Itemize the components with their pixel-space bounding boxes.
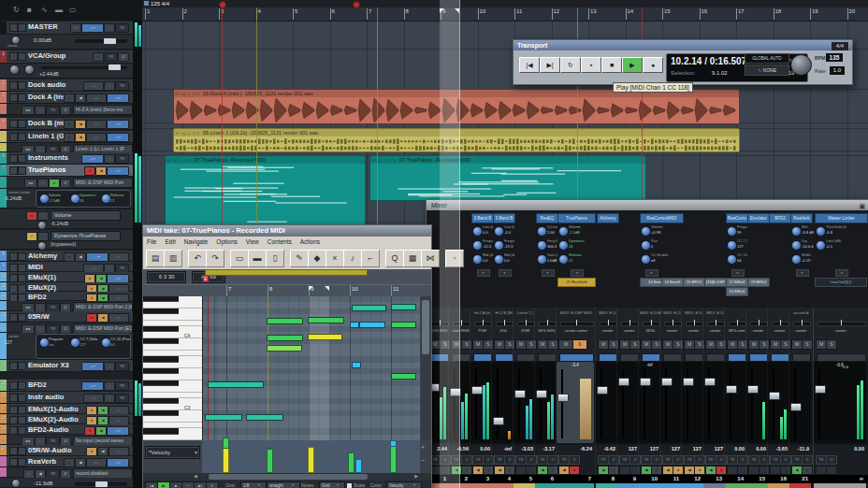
fx-slot[interactable]: ReaEQ — [536, 213, 558, 223]
delete-tool-icon[interactable]: × — [326, 250, 344, 267]
record-arm-button[interactable]: ● — [64, 252, 75, 262]
channel-color-tab[interactable] — [535, 483, 557, 488]
clip[interactable]: ▪ ▫ ▭ ∣ ◁ ∿07-TruePianos -Recorded MIDI — [165, 155, 366, 226]
record-arm-button-armed[interactable]: ● — [26, 211, 37, 221]
input-monitor-button[interactable]: ◀ — [95, 166, 107, 176]
menu-edit[interactable]: Edit — [165, 238, 175, 245]
record-chip[interactable]: ● — [608, 466, 619, 475]
phase-button[interactable]: ∅ — [526, 455, 537, 465]
position-field[interactable]: 6 3 30 — [147, 271, 186, 283]
monitor-eye-button[interactable]: ◦ — [104, 23, 115, 33]
track-row[interactable]: 15BFD2TR◦-◦-• — [0, 380, 133, 392]
record-chip[interactable]: ● — [483, 466, 494, 475]
freeze-box[interactable] — [18, 406, 26, 414]
zoom-in-button[interactable]: + — [421, 444, 425, 451]
tr-button[interactable]: TR — [115, 381, 129, 391]
freeze-box[interactable] — [18, 154, 26, 163]
rate-value[interactable]: 1.0 — [830, 66, 845, 75]
track-row[interactable]: 11EMuX(2)-◦-◀● — [0, 282, 133, 292]
fast-forward-end-button[interactable]: ▶| — [540, 57, 560, 73]
velocity-bar[interactable] — [223, 438, 229, 449]
fader-meter-block[interactable] — [703, 362, 725, 443]
white-key[interactable] — [143, 422, 202, 423]
marker-strip[interactable] — [142, 0, 868, 7]
fader-cap[interactable] — [661, 378, 673, 386]
archive-box[interactable] — [9, 362, 18, 370]
plugin-knob[interactable] — [816, 240, 826, 251]
midi-note[interactable] — [267, 318, 303, 324]
phase-button[interactable]: ∅ — [673, 455, 684, 465]
record-chip[interactable]: ● — [547, 466, 558, 475]
record-chip[interactable]: ● — [651, 466, 662, 475]
edit-cursor-marker[interactable]: E — [203, 275, 209, 282]
black-key[interactable] — [143, 368, 179, 374]
track-row[interactable]: 1VCA/Group∅TR● — [0, 50, 133, 64]
freeze-box[interactable] — [18, 458, 26, 466]
horizontal-scrollbar[interactable]: ◀ ▶ — [143, 473, 431, 481]
phase-button[interactable]: ∅ — [651, 455, 662, 465]
pan-slider[interactable] — [707, 322, 725, 326]
midi-note[interactable] — [352, 305, 386, 311]
track-row[interactable]: 18EMuX(2)-Audio-◦-◀● — [0, 414, 133, 424]
phase-button[interactable]: ∅ — [118, 52, 129, 62]
midi-note[interactable] — [391, 322, 416, 328]
scale-checkbox[interactable] — [346, 482, 353, 488]
monitor-eye-button[interactable]: ◦ — [104, 362, 115, 371]
stop-icon[interactable]: ■ — [27, 6, 32, 14]
freeze-box[interactable] — [18, 133, 26, 141]
output-chip[interactable]: -◦- — [108, 313, 129, 323]
record-chip[interactable]: ● — [569, 466, 580, 475]
fx-slot[interactable]: ReaControlMIDI — [640, 213, 684, 223]
freeze-box[interactable] — [18, 381, 26, 390]
archive-box[interactable] — [9, 120, 18, 128]
pr-rewind-button[interactable]: |◀ — [145, 481, 158, 488]
fader-track[interactable] — [540, 369, 542, 438]
solo-button[interactable]: S — [572, 339, 587, 350]
plugin-knob[interactable] — [537, 254, 547, 265]
output-chip-active[interactable]: -◦-• — [107, 133, 129, 142]
fader-track[interactable] — [600, 369, 602, 438]
output-chip-active[interactable]: -◦-• — [107, 120, 129, 129]
tempo-marker-icon[interactable] — [219, 1, 226, 8]
redo-icon[interactable]: ↷ — [206, 250, 224, 267]
plugin-knob[interactable] — [472, 240, 483, 251]
scroll-thumb[interactable] — [209, 474, 368, 480]
fx-expand-button[interactable]: ▾ — [477, 269, 490, 277]
output-chip[interactable]: -◦- — [108, 447, 129, 456]
fx-slot[interactable]: ReaVerb — [790, 213, 813, 223]
record-arm-button[interactable]: ● — [64, 120, 75, 129]
split-icon[interactable]: ⋈ — [421, 250, 440, 267]
lane-type-dropdown[interactable]: *Velocity▾ — [145, 446, 200, 459]
clip-new-icon[interactable]: ▭ — [230, 250, 249, 267]
route-chip[interactable] — [792, 353, 811, 362]
fader-cap[interactable] — [493, 417, 504, 425]
plugin-knob[interactable] — [558, 240, 569, 251]
pan-slider[interactable] — [600, 322, 617, 326]
plugin-knob[interactable] — [727, 240, 737, 251]
solo-button[interactable]: S — [608, 339, 619, 350]
fx-expand-button[interactable]: ▾ — [645, 269, 658, 277]
fader-cap[interactable] — [514, 390, 526, 398]
channel-color-tab[interactable] — [470, 483, 492, 488]
solo-button[interactable]: S — [504, 339, 515, 350]
channel-color-tab[interactable] — [596, 483, 617, 488]
midi-note[interactable] — [308, 317, 344, 323]
archive-box[interactable] — [9, 447, 18, 455]
output-chip[interactable]: -◦- — [83, 394, 104, 403]
phase-button[interactable]: ∅ — [737, 455, 748, 465]
fx-expand-button[interactable]: ▾ — [571, 269, 584, 277]
channel-color-tab[interactable] — [768, 483, 789, 488]
freeze-box[interactable] — [18, 362, 26, 370]
time-signature[interactable]: 4/4 — [832, 42, 848, 50]
clip-copy-icon[interactable]: ▬ — [248, 250, 267, 267]
phase-button[interactable]: ∅ — [547, 455, 558, 465]
erase-tool-icon[interactable]: ◆ — [308, 250, 326, 267]
black-key[interactable] — [143, 428, 179, 434]
channel-color-tab[interactable] — [789, 483, 811, 488]
pan-slider[interactable] — [664, 322, 682, 326]
notes-dropdown[interactable]: Grid — [319, 481, 345, 488]
pan-knob-right[interactable] — [24, 65, 35, 75]
pan-slider[interactable] — [817, 322, 866, 326]
event-list-icon[interactable]: ▤ — [146, 250, 165, 267]
archive-box[interactable] — [9, 264, 18, 272]
